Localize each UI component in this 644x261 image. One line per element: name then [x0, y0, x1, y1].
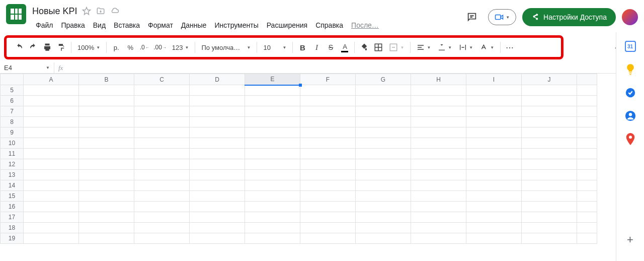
menu-data[interactable]: Данные	[178, 19, 210, 31]
cell[interactable]	[190, 223, 245, 233]
cell[interactable]	[190, 96, 245, 106]
column-header[interactable]: C	[134, 74, 190, 85]
merge-cells-button[interactable]: ▼	[386, 40, 407, 54]
account-avatar[interactable]	[622, 9, 638, 25]
bold-button[interactable]: B	[296, 40, 309, 54]
row-header[interactable]: 7	[1, 106, 24, 117]
cell[interactable]	[190, 117, 245, 127]
cell[interactable]	[466, 180, 522, 191]
cell[interactable]	[411, 159, 466, 170]
fill-color-button[interactable]	[358, 40, 371, 54]
cell[interactable]	[245, 202, 300, 212]
cell[interactable]	[300, 191, 356, 202]
cell[interactable]	[134, 106, 190, 117]
column-header[interactable]: E	[245, 74, 300, 85]
cell[interactable]	[190, 85, 245, 96]
cell[interactable]	[24, 180, 79, 191]
borders-button[interactable]	[372, 40, 385, 54]
cell[interactable]	[134, 149, 190, 159]
cell[interactable]	[79, 180, 134, 191]
cell[interactable]	[356, 127, 411, 138]
decrease-decimal-button[interactable]: .0←	[138, 40, 151, 54]
cell[interactable]	[79, 170, 134, 180]
print-button[interactable]	[41, 40, 54, 54]
strikethrough-button[interactable]: S	[324, 40, 337, 54]
cell[interactable]	[245, 96, 300, 106]
cell[interactable]	[522, 149, 577, 159]
row-header[interactable]: 11	[1, 149, 24, 159]
cell[interactable]	[245, 233, 300, 244]
cell[interactable]	[411, 85, 466, 96]
paint-format-button[interactable]	[55, 40, 68, 54]
cell[interactable]	[356, 138, 411, 149]
last-edit-link[interactable]: После…	[348, 19, 382, 31]
cell[interactable]	[522, 127, 577, 138]
cell[interactable]	[522, 159, 577, 170]
maps-icon[interactable]	[624, 133, 636, 145]
cell[interactable]	[24, 191, 79, 202]
cell[interactable]	[245, 127, 300, 138]
cell[interactable]	[24, 212, 79, 223]
increase-decimal-button[interactable]: .00→	[152, 40, 168, 54]
cell[interactable]	[356, 191, 411, 202]
cell[interactable]	[245, 180, 300, 191]
cell[interactable]	[356, 170, 411, 180]
cell[interactable]	[466, 117, 522, 127]
cell[interactable]	[134, 191, 190, 202]
column-header[interactable]: A	[24, 74, 79, 85]
cell[interactable]	[245, 149, 300, 159]
cloud-status-icon[interactable]	[110, 6, 120, 16]
contacts-icon[interactable]	[624, 110, 636, 122]
cell[interactable]	[300, 202, 356, 212]
cell[interactable]	[79, 96, 134, 106]
column-header[interactable]: D	[190, 74, 245, 85]
cell[interactable]	[245, 117, 300, 127]
cell[interactable]	[190, 127, 245, 138]
comments-button[interactable]	[462, 7, 482, 27]
cell[interactable]	[522, 117, 577, 127]
cell[interactable]	[466, 170, 522, 180]
cell[interactable]	[134, 212, 190, 223]
row-header[interactable]: 8	[1, 117, 24, 127]
column-header[interactable]: J	[522, 74, 577, 85]
share-button[interactable]: Настройки Доступа	[522, 8, 616, 26]
cell[interactable]	[79, 138, 134, 149]
cell[interactable]	[411, 223, 466, 233]
cell[interactable]	[24, 223, 79, 233]
cell[interactable]	[300, 233, 356, 244]
cell[interactable]	[190, 202, 245, 212]
cell[interactable]	[134, 138, 190, 149]
menu-file[interactable]: Файл	[32, 19, 56, 31]
cell[interactable]	[300, 85, 356, 96]
cell[interactable]	[134, 159, 190, 170]
cell[interactable]	[79, 212, 134, 223]
cell[interactable]	[411, 170, 466, 180]
cell[interactable]	[356, 106, 411, 117]
cell[interactable]	[300, 149, 356, 159]
row-header[interactable]: 19	[1, 233, 24, 244]
row-header[interactable]: 16	[1, 202, 24, 212]
vertical-align-button[interactable]: ▼	[435, 40, 455, 54]
cell[interactable]	[300, 117, 356, 127]
cell[interactable]	[411, 117, 466, 127]
cell[interactable]	[411, 233, 466, 244]
cell[interactable]	[190, 212, 245, 223]
cell[interactable]	[522, 180, 577, 191]
cell[interactable]	[134, 202, 190, 212]
cell[interactable]	[134, 96, 190, 106]
font-size-combo[interactable]: 10▼	[260, 40, 289, 54]
cell[interactable]	[24, 149, 79, 159]
tasks-icon[interactable]	[624, 87, 636, 99]
menu-help[interactable]: Справка	[312, 19, 347, 31]
cell[interactable]	[300, 223, 356, 233]
sheets-logo[interactable]	[6, 4, 26, 24]
cell[interactable]	[522, 96, 577, 106]
cell[interactable]	[300, 106, 356, 117]
font-family-combo[interactable]: По умолча…▼	[198, 40, 254, 54]
spreadsheet-grid[interactable]: ABCDEFGHIJ5678910111213141516171819	[0, 74, 637, 259]
cell[interactable]	[245, 159, 300, 170]
currency-button[interactable]: р.	[110, 40, 123, 54]
cell[interactable]	[79, 149, 134, 159]
cell[interactable]	[522, 85, 577, 96]
cell[interactable]	[24, 117, 79, 127]
